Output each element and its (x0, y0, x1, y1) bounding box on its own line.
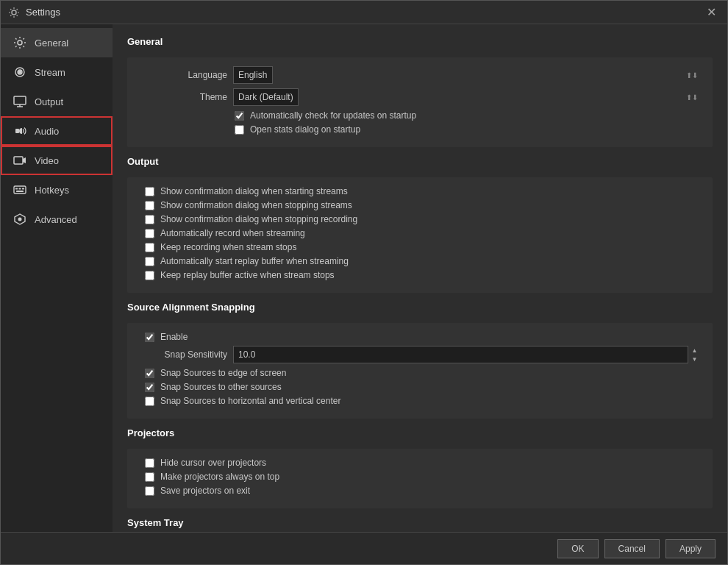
sidebar-item-video[interactable]: Video (1, 146, 113, 175)
svg-rect-5 (14, 157, 23, 164)
save-exit-checkbox[interactable] (145, 486, 154, 496)
hide-cursor-checkbox[interactable] (145, 458, 154, 468)
hide-cursor-label: Hide cursor over projectors (160, 458, 266, 468)
snapping-section: Source Alignment Snapping Enable Snap Se… (127, 302, 713, 419)
confirm-stop-stream-label: Show confirmation dialog when stopping s… (160, 200, 352, 210)
svg-point-11 (18, 218, 22, 221)
titlebar: Settings ✕ (1, 1, 727, 24)
auto-update-row: Automatically check for updates on start… (235, 110, 701, 121)
general-section-title: General (127, 36, 713, 50)
snap-enable-label: Enable (160, 332, 188, 342)
snapping-section-title: Source Alignment Snapping (127, 302, 713, 316)
sidebar-item-video-label: Video (35, 155, 59, 166)
auto-record-checkbox[interactable] (145, 229, 154, 238)
language-select-wrapper: English (233, 66, 701, 84)
snap-sensitivity-spinner: ▲ ▼ (688, 346, 701, 363)
keep-recording-checkbox[interactable] (145, 243, 154, 252)
confirm-stop-rec-label: Show confirmation dialog when stopping r… (160, 214, 357, 224)
sidebar-item-stream[interactable]: Stream (1, 57, 113, 87)
sidebar-item-general-label: General (35, 38, 68, 49)
snap-sensitivity-up[interactable]: ▲ (688, 346, 701, 355)
keep-replay-row: Keep replay buffer active when stream st… (145, 270, 701, 280)
sidebar-item-hotkeys[interactable]: Hotkeys (1, 175, 113, 205)
projectors-section-title: Projectors (127, 427, 713, 441)
snap-center-row: Snap Sources to horizontal and vertical … (145, 396, 701, 406)
snap-enable-checkbox[interactable] (145, 333, 154, 342)
snapping-section-body: Enable Snap Sensitivity ▲ ▼ (127, 323, 713, 419)
main-content: General Stream (1, 24, 727, 532)
svg-rect-6 (14, 186, 26, 193)
snap-edge-label: Snap Sources to edge of screen (160, 368, 286, 378)
always-top-checkbox[interactable] (145, 472, 154, 482)
snap-sensitivity-wrapper: ▲ ▼ (233, 346, 701, 363)
svg-rect-7 (15, 188, 18, 190)
sidebar-item-output[interactable]: Output (1, 87, 113, 116)
projectors-section-body: Hide cursor over projectors Make project… (127, 449, 713, 508)
save-exit-row: Save projectors on exit (145, 486, 701, 496)
video-icon (13, 153, 27, 168)
svg-point-0 (12, 10, 16, 15)
language-label: Language (139, 70, 227, 80)
auto-replay-row: Automatically start replay buffer when s… (145, 256, 701, 266)
confirm-stop-rec-checkbox[interactable] (145, 215, 154, 224)
hide-cursor-row: Hide cursor over projectors (145, 458, 701, 468)
close-button[interactable]: ✕ (702, 4, 720, 21)
gear-icon (13, 35, 27, 50)
open-stats-label: Open stats dialog on startup (250, 124, 360, 135)
sidebar-item-output-label: Output (35, 96, 63, 107)
cancel-button[interactable]: Cancel (604, 539, 660, 558)
titlebar-icon (8, 7, 20, 18)
content-area: General Language English Theme (113, 24, 727, 532)
sidebar-item-audio[interactable]: Audio (1, 116, 113, 146)
svg-rect-9 (22, 188, 24, 190)
snap-other-checkbox[interactable] (145, 383, 154, 392)
keep-recording-label: Keep recording when stream stops (160, 242, 296, 252)
sidebar-item-general[interactable]: General (1, 28, 113, 57)
snap-edge-checkbox[interactable] (145, 369, 154, 378)
snap-center-label: Snap Sources to horizontal and vertical … (160, 396, 340, 406)
svg-rect-8 (19, 188, 21, 190)
save-exit-label: Save projectors on exit (160, 486, 250, 496)
sidebar: General Stream (1, 24, 113, 532)
settings-window: Settings ✕ General (0, 0, 728, 565)
auto-record-label: Automatically record when streaming (160, 228, 305, 238)
auto-replay-checkbox[interactable] (145, 257, 154, 266)
snap-sensitivity-down[interactable]: ▼ (688, 355, 701, 363)
hotkeys-icon (13, 182, 27, 197)
language-select[interactable]: English (233, 66, 273, 84)
general-section-body: Language English Theme Dark (Default) (127, 57, 713, 147)
sidebar-item-stream-label: Stream (35, 67, 65, 78)
ok-button[interactable]: OK (557, 539, 598, 558)
always-top-row: Make projectors always on top (145, 472, 701, 482)
theme-select-wrapper: Dark (Default) (233, 88, 701, 106)
keep-recording-row: Keep recording when stream stops (145, 242, 701, 252)
auto-update-label: Automatically check for updates on start… (250, 110, 416, 121)
svg-rect-4 (15, 129, 19, 133)
projectors-section: Projectors Hide cursor over projectors M… (127, 427, 713, 508)
svg-point-1 (18, 40, 22, 45)
sidebar-item-advanced[interactable]: Advanced (1, 205, 113, 234)
confirm-stop-stream-checkbox[interactable] (145, 201, 154, 210)
auto-record-row: Automatically record when streaming (145, 228, 701, 238)
always-top-label: Make projectors always on top (160, 472, 279, 482)
sidebar-item-hotkeys-label: Hotkeys (35, 185, 69, 196)
svg-rect-10 (16, 191, 24, 192)
snap-center-checkbox[interactable] (145, 397, 154, 406)
theme-select[interactable]: Dark (Default) (233, 88, 299, 106)
open-stats-checkbox[interactable] (235, 125, 244, 135)
general-section: General Language English Theme (127, 36, 713, 147)
snap-sensitivity-label: Snap Sensitivity (139, 349, 227, 360)
apply-button[interactable]: Apply (665, 539, 715, 558)
sidebar-item-audio-label: Audio (35, 126, 59, 137)
theme-row: Theme Dark (Default) (139, 88, 701, 106)
auto-update-checkbox[interactable] (235, 111, 244, 121)
confirm-start-label: Show confirmation dialog when starting s… (160, 186, 348, 196)
open-stats-row: Open stats dialog on startup (235, 124, 701, 135)
keep-replay-checkbox[interactable] (145, 271, 154, 280)
confirm-start-checkbox[interactable] (145, 187, 154, 196)
snap-enable-row: Enable (145, 332, 701, 342)
snap-sensitivity-row: Snap Sensitivity ▲ ▼ (139, 346, 701, 363)
confirm-stop-stream-row: Show confirmation dialog when stopping s… (145, 200, 701, 210)
language-row: Language English (139, 66, 701, 84)
snap-sensitivity-input[interactable] (233, 346, 701, 363)
